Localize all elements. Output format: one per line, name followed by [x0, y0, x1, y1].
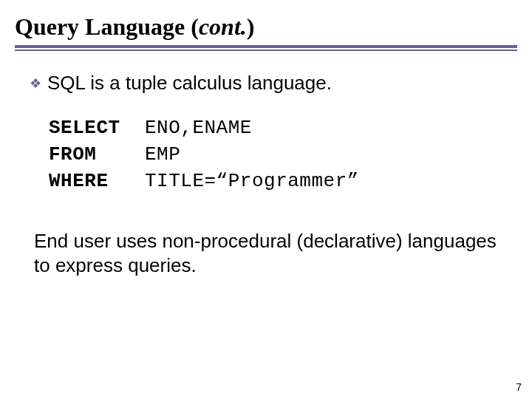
slide: Query Language (cont.) ❖ SQL is a tuple … — [0, 0, 532, 399]
content-area: ❖ SQL is a tuple calculus language. SELE… — [0, 51, 532, 277]
sql-value: EMP — [145, 143, 180, 166]
end-note: End user uses non-procedural (declarativ… — [34, 229, 502, 277]
sql-row: WHERE TITLE=“Programmer” — [49, 170, 502, 192]
sql-value: TITLE=“Programmer” — [145, 170, 359, 192]
sql-keyword: SELECT — [49, 117, 145, 139]
title-cont: cont. — [199, 13, 247, 40]
sql-row: FROM EMP — [49, 143, 502, 166]
sql-block: SELECT ENO,ENAME FROM EMP WHERE TITLE=“P… — [49, 117, 502, 192]
rule-thick — [15, 45, 517, 48]
sql-keyword: FROM — [49, 143, 145, 166]
bullet-icon: ❖ — [30, 75, 41, 92]
title-suffix: ) — [247, 13, 255, 40]
page-number: 7 — [516, 381, 522, 393]
slide-title: Query Language (cont.) — [0, 0, 532, 45]
title-rule — [0, 45, 532, 51]
sql-keyword: WHERE — [49, 170, 145, 192]
bullet-text: SQL is a tuple calculus language. — [47, 72, 332, 95]
title-prefix: Query Language ( — [15, 13, 199, 40]
sql-row: SELECT ENO,ENAME — [49, 117, 502, 139]
bullet-line: ❖ SQL is a tuple calculus language. — [30, 72, 502, 95]
sql-value: ENO,ENAME — [145, 117, 252, 139]
